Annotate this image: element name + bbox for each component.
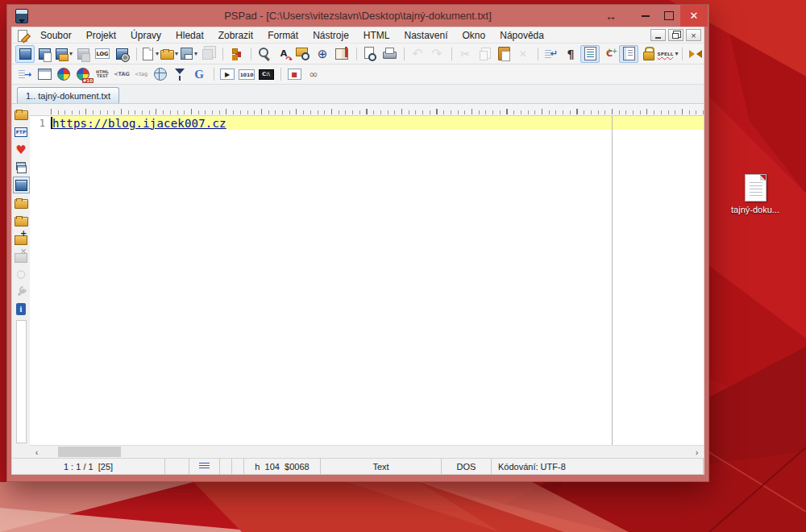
menu-napoveda[interactable]: Nápověda bbox=[492, 27, 551, 44]
validator-button[interactable]: ▾ bbox=[170, 65, 189, 83]
read-only-button[interactable]: ▾ bbox=[638, 45, 658, 63]
show-formatting-button[interactable]: ¶▾ bbox=[561, 45, 580, 63]
editor-pane[interactable]: 1 https://blog.ijacek007.cz bbox=[30, 104, 704, 445]
syntax-view-button[interactable]: ▾ bbox=[580, 45, 600, 63]
pspad-window: PSPad - [C:\Users\vitezslavn\Desktop\taj… bbox=[6, 4, 709, 482]
scrollbar-thumb[interactable] bbox=[58, 447, 121, 457]
info-button[interactable]: i bbox=[13, 301, 30, 318]
folder-add-button[interactable] bbox=[13, 230, 30, 247]
desktop-icon-tajny-dokument[interactable]: tajný-doku... bbox=[725, 174, 785, 214]
dialog-editor-button[interactable]: ▾ bbox=[35, 65, 54, 83]
save-file-button[interactable]: ▾ bbox=[179, 45, 198, 63]
save-all-button[interactable]: ▾ bbox=[198, 45, 218, 63]
maximize-button[interactable] bbox=[657, 5, 680, 27]
scroll-left-button[interactable]: ‹ bbox=[30, 446, 44, 458]
log-window-button[interactable]: LOG▾ bbox=[93, 45, 112, 63]
view-glasses-button[interactable]: ∞▾ bbox=[304, 65, 323, 83]
color-picker-button[interactable]: ▾ bbox=[54, 65, 73, 83]
goto-line-button[interactable]: ⊕▾ bbox=[313, 45, 332, 63]
minimize-button[interactable] bbox=[634, 5, 657, 27]
scrollbar-track[interactable] bbox=[121, 446, 690, 458]
project-add-file-button[interactable]: ▾ bbox=[35, 45, 54, 63]
run-script-button[interactable]: ▶▾ bbox=[218, 65, 237, 83]
menu-format[interactable]: Formát bbox=[260, 27, 305, 44]
redo-button[interactable]: ↷▾ bbox=[427, 45, 447, 63]
color-wheel-icon bbox=[56, 66, 72, 82]
menu-nastroje[interactable]: Nástroje bbox=[305, 27, 356, 44]
highlighter-button[interactable]: C▾ bbox=[600, 45, 619, 63]
menu-okno[interactable]: Okno bbox=[455, 27, 493, 44]
menu-html[interactable]: HTML bbox=[356, 27, 397, 44]
folder-shortcut-2-button[interactable] bbox=[13, 212, 30, 229]
menu-soubor[interactable]: Soubor bbox=[33, 27, 79, 44]
document-edit-icon[interactable] bbox=[15, 29, 31, 42]
panel-windows-button[interactable] bbox=[13, 159, 30, 176]
tag-uppercase-button[interactable]: <TAG▾ bbox=[112, 65, 131, 83]
close-button[interactable]: ✕ bbox=[680, 5, 708, 27]
mdi-restore-button[interactable] bbox=[668, 29, 683, 41]
browser-preview-button[interactable]: ▾ bbox=[151, 65, 170, 83]
recent-files-button[interactable]: ○ bbox=[13, 265, 30, 282]
line-numbers-button[interactable]: ▾ bbox=[619, 45, 638, 63]
search-in-files-button[interactable]: ▾ bbox=[293, 45, 313, 63]
tag-lowercase-button[interactable]: <tag▾ bbox=[131, 65, 151, 83]
panel-project-button[interactable] bbox=[13, 177, 30, 193]
menu-zobrazit[interactable]: Zobrazit bbox=[211, 27, 260, 44]
mdi-minimize-button[interactable] bbox=[650, 29, 666, 41]
dropdown-arrow-icon[interactable]: ▾ bbox=[175, 50, 178, 57]
dropdown-arrow-icon[interactable]: ▾ bbox=[69, 50, 73, 57]
word-wrap-button[interactable]: ↵▾ bbox=[542, 45, 561, 63]
dropdown-arrow-icon[interactable]: ▾ bbox=[194, 50, 197, 57]
scroll-right-button[interactable]: › bbox=[690, 446, 704, 458]
bookmarks-button[interactable]: ▾ bbox=[332, 45, 351, 63]
color-code-button[interactable]: ▾ bbox=[73, 65, 93, 83]
tab-tajny-dokument[interactable]: 1.. tajný-dokument.txt bbox=[17, 87, 119, 103]
panel-ftp-button[interactable]: FTP bbox=[13, 123, 30, 140]
dropdown-arrow-icon[interactable]: ▾ bbox=[156, 50, 159, 57]
horizontal-scrollbar[interactable]: ‹ › bbox=[30, 445, 704, 458]
project-new-button[interactable]: ▾ bbox=[15, 45, 35, 63]
code-line-1[interactable]: 1 https://blog.ijacek007.cz bbox=[30, 116, 704, 130]
titlebar[interactable]: PSPad - [C:\Users\vitezslavn\Desktop\taj… bbox=[7, 5, 708, 27]
reformat-button[interactable]: →▾ bbox=[15, 65, 35, 83]
highlighted-line[interactable]: https://blog.ijacek007.cz bbox=[51, 116, 704, 130]
globe-icon bbox=[152, 66, 168, 82]
text-area[interactable]: 1 https://blog.ijacek007.cz bbox=[30, 116, 704, 445]
tools-button[interactable] bbox=[13, 283, 30, 300]
replace-button[interactable]: A▾ bbox=[274, 45, 293, 63]
cut-button[interactable]: ✂▾ bbox=[455, 45, 475, 63]
menu-projekt[interactable]: Projekt bbox=[79, 27, 123, 44]
menu-nastaveni[interactable]: Nastavení bbox=[397, 27, 455, 44]
google-search-button[interactable]: G▾ bbox=[189, 65, 209, 83]
number-converter-button[interactable]: 1010▾ bbox=[237, 65, 256, 83]
html-check-button[interactable]: ▾ bbox=[93, 65, 112, 83]
project-open-button[interactable]: ▾ bbox=[54, 45, 73, 63]
stay-on-top-button[interactable]: ▾ bbox=[686, 45, 705, 63]
folder-shortcut-1-button[interactable] bbox=[13, 194, 30, 211]
command-line-button[interactable]: C:\▾ bbox=[256, 65, 276, 83]
project-settings-button[interactable]: ▾ bbox=[112, 45, 131, 63]
spell-check-button[interactable]: SPELL▾ bbox=[658, 45, 677, 63]
print-button[interactable]: ▾ bbox=[380, 45, 399, 63]
menu-upravy[interactable]: Úpravy bbox=[123, 27, 168, 44]
code-explorer-button[interactable]: ▾ bbox=[226, 45, 246, 63]
open-file-button[interactable]: ▾ bbox=[160, 45, 179, 63]
project-save-button[interactable]: ▾ bbox=[73, 45, 93, 63]
delete-button[interactable]: ✕▾ bbox=[513, 45, 533, 63]
record-macro-button[interactable]: ■▾ bbox=[285, 65, 304, 83]
folder-remove-button[interactable] bbox=[13, 247, 30, 264]
panel-favorites-button[interactable]: ♥ bbox=[13, 141, 30, 158]
print-preview-button[interactable]: ▾ bbox=[360, 45, 380, 63]
dropdown-arrow-icon[interactable]: ▾ bbox=[675, 50, 678, 57]
resize-arrows-icon[interactable]: ↔ bbox=[600, 5, 622, 27]
paste-button[interactable]: ▾ bbox=[494, 45, 513, 63]
mdi-close-button[interactable]: × bbox=[686, 29, 701, 41]
right-margin-line bbox=[612, 116, 613, 445]
menu-hledat[interactable]: Hledat bbox=[168, 27, 211, 44]
search-button[interactable]: ▾ bbox=[255, 45, 274, 63]
side-panel-strip: FTP ♥ ○ bbox=[12, 104, 30, 445]
new-file-button[interactable]: ▾ bbox=[140, 45, 160, 63]
panel-files-button[interactable] bbox=[13, 106, 30, 123]
copy-button[interactable]: ▾ bbox=[475, 45, 494, 63]
undo-button[interactable]: ↶▾ bbox=[408, 45, 427, 63]
